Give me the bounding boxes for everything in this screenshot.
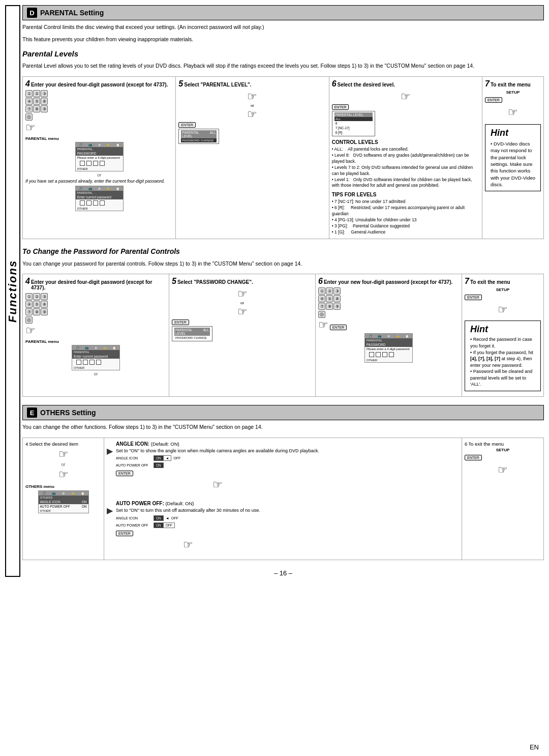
- section-d-intro1: Parental Control limits the disc viewing…: [22, 23, 544, 31]
- parental-levels-steps: 4 Enter your desired four-digit password…: [22, 76, 544, 239]
- enter-btn-others6[interactable]: ENTER: [465, 455, 482, 460]
- section-d-title: PARENTAL Setting: [40, 9, 104, 17]
- section-d-intro2: This feature prevents your children from…: [22, 36, 544, 43]
- step5-label: Select "PARENTAL LEVEL".: [184, 82, 251, 88]
- others-menu-label: OTHERS menu: [25, 484, 101, 489]
- cp-step7-num: 7: [465, 277, 469, 285]
- hint-title-1: Hint: [491, 128, 535, 138]
- cp-or-text: or: [25, 371, 166, 376]
- level-select-box: PARENTAL LEVEL ALL 8 7 [NC-17] 6 [R]: [332, 111, 375, 136]
- hint-item-cp3: • Password will be cleared and parental …: [470, 368, 535, 388]
- cp-step4-num: 4: [25, 277, 30, 285]
- en-label: EN: [530, 743, 539, 751]
- num-grid-cp0: ⓪: [25, 316, 166, 324]
- setup-label-cp7: SETUP: [465, 287, 541, 292]
- others-step4-label: Select the desired item: [29, 441, 78, 447]
- step5-or: ☞ or ☞: [178, 90, 326, 121]
- hint-title-cp: Hint: [470, 324, 535, 335]
- change-password-steps: 4 Enter your desired four-digit password…: [22, 274, 544, 397]
- parental-menu-screen-2: 🎵📺⚙🔒📋 PARENTAL Enter current password OT…: [75, 186, 124, 211]
- others-step-6: 6 To exit the menu SETUP ENTER ☞: [462, 438, 543, 560]
- step6-num: 6: [332, 80, 337, 88]
- cp-step6-label: Enter your new four-digit password (exce…: [324, 279, 452, 285]
- angle-icon-desc: Set to "ON" to show the angle icon when …: [116, 448, 319, 454]
- other-label: OTHER: [76, 167, 123, 171]
- angle-icon-onoff: ANGLE ICON ON ◄ OFF: [116, 455, 319, 461]
- auto-power-row2: AUTO POWER OFF ON OFF: [116, 522, 260, 528]
- parental-step-6: 6 Select the desired level. ☞ ENTER PARE…: [329, 77, 482, 239]
- section-d-letter: D: [27, 8, 37, 18]
- step4-extra: If you have set a password already, ente…: [25, 179, 173, 184]
- cp-step5-label: Select "PASSWORD CHANGE".: [177, 279, 253, 285]
- hint-item-cp2: • If you forget the password, hit [4], […: [470, 350, 535, 369]
- enter-hand-auto: ☞: [116, 538, 260, 551]
- parental-menu-label-cp: PARENTAL menu: [25, 339, 166, 344]
- parental-step-5: 5 Select "PARENTAL LEVEL". ☞ or ☞ ENTER …: [176, 77, 329, 239]
- section-e-header: E OTHERS Setting: [22, 405, 544, 420]
- others-step-4: 4 Select the desired item ☞ or ☞ OTHERS …: [23, 438, 104, 560]
- others-menu-screen: 🎵📺⚙🔒📋 OTHERS ANGLE ICONON AUTO POWER OFF…: [38, 490, 89, 513]
- parental-levels-intro: Parental Level allows you to set the rat…: [22, 62, 544, 70]
- parental-levels-title: Parental Levels: [22, 49, 544, 58]
- cp-step5-num: 5: [172, 277, 176, 285]
- hand-others-6: ☞: [465, 463, 541, 477]
- hand-cp-2: ☞: [318, 318, 328, 332]
- cp-step-4: 4 Enter your desired four-digit password…: [23, 274, 169, 396]
- hint-text-1: • DVD-Video discs may not respond to the…: [491, 140, 535, 188]
- setup-label-others: SETUP: [465, 448, 541, 452]
- section-e-title: OTHERS Setting: [40, 409, 96, 417]
- parental-step-7: 7 To exit the menu SETUP ENTER ☞ Hint • …: [482, 77, 543, 239]
- control-levels-box: CONTROL LEVELS • ALL: All parental locks…: [332, 139, 479, 236]
- page-footer: – 16 – EN: [22, 569, 544, 577]
- enter-btn-7[interactable]: ENTER: [485, 97, 502, 103]
- step7-label: To exit the menu: [491, 82, 531, 88]
- section-d-header: D PARENTAL Setting: [22, 5, 544, 20]
- auto-power-row1: AUTO POWER OFF ON: [116, 462, 319, 468]
- num-grid-cp02: ⓪: [318, 311, 459, 318]
- cp-menu-screen-2: 🎵📺⚙🔒📋 PARENTAL PASSWORD Please enter a 4…: [364, 333, 413, 363]
- enter-hand-angle: ☞: [116, 478, 319, 491]
- cp-step6-num: 6: [318, 277, 323, 285]
- cp-menu-screen-1: 🎵📺⚙🔒📋 PARENTAL Enter current password OT…: [72, 345, 120, 370]
- enter-btn-cp6[interactable]: ENTER: [330, 325, 347, 330]
- enter-btn-cp7[interactable]: ENTER: [465, 295, 482, 300]
- others-step4-hands: ☞ or ☞: [25, 448, 101, 481]
- change-password-title: To Change the Password for Parental Cont…: [22, 247, 544, 255]
- angle-icon-setting: ANGLE ICON: (Default: ON) Set to "ON" to…: [116, 441, 319, 493]
- cp-step-7: 7 To exit the menu SETUP ENTER ☞ Hint • …: [462, 274, 543, 396]
- page-number: – 16 –: [274, 569, 292, 577]
- enter-btn-5[interactable]: ENTER: [178, 122, 196, 128]
- auto-power-arrow: ▶ AUTO POWER OFF: (Default: ON) Set to "…: [107, 501, 459, 557]
- enter-btn-auto[interactable]: ENTER: [116, 531, 133, 536]
- num-grid-0: ⓪: [25, 113, 173, 121]
- cp-step7-label: To exit the menu: [470, 279, 510, 285]
- others-steps: 4 Select the desired item ☞ or ☞ OTHERS …: [22, 438, 544, 560]
- level-box-5: PARENTAL LEVELALL PASSWORD CHANGE: [178, 129, 219, 144]
- step6-label: Select the desired level.: [338, 82, 395, 88]
- others-step6-label: To exit the menu: [468, 441, 504, 447]
- step4-label: Enter your desired four-digit password (…: [31, 82, 168, 88]
- hand-icon-1: ☞: [25, 121, 36, 134]
- num-grid-cp2: ①②③ ④⑤⑥ ⑦⑧⑨: [318, 287, 459, 310]
- hint-item-cp1: • Record the password in case you forget…: [470, 336, 535, 349]
- hand-7: ☞: [485, 106, 541, 119]
- enter-btn-angle[interactable]: ENTER: [116, 471, 133, 476]
- cp-step-6: 6 Enter your new four-digit password (ex…: [316, 274, 462, 396]
- hand-cp-1: ☞: [25, 324, 36, 337]
- step5-num: 5: [178, 80, 183, 88]
- other-label2: OTHER: [76, 207, 123, 211]
- auto-power-onoff: ANGLE ICON ON ◄ OFF: [116, 515, 260, 521]
- others-step4-num: 4: [25, 441, 28, 447]
- step7-num: 7: [485, 80, 490, 88]
- section-e-intro: You can change the other functions. Foll…: [22, 423, 544, 431]
- others-step6-num: 6: [465, 441, 467, 447]
- side-label: Functions: [5, 5, 20, 577]
- num-grid-cp1: ①②③ ④⑤⑥ ⑦⑧⑨: [25, 293, 166, 315]
- auto-power-desc: Set to "ON" to turn this unit off automa…: [116, 507, 260, 514]
- cp-step-5: 5 Select "PASSWORD CHANGE". ☞ or ☞ ENTER…: [169, 274, 316, 396]
- setup-label-7: SETUP: [485, 90, 541, 95]
- enter-btn-6[interactable]: ENTER: [332, 104, 349, 110]
- enter-btn-cp5[interactable]: ENTER: [172, 319, 189, 325]
- num-grid-1: ①②③ ④⑤⑥ ⑦⑧⑨: [25, 90, 173, 112]
- step4-num: 4: [25, 80, 30, 88]
